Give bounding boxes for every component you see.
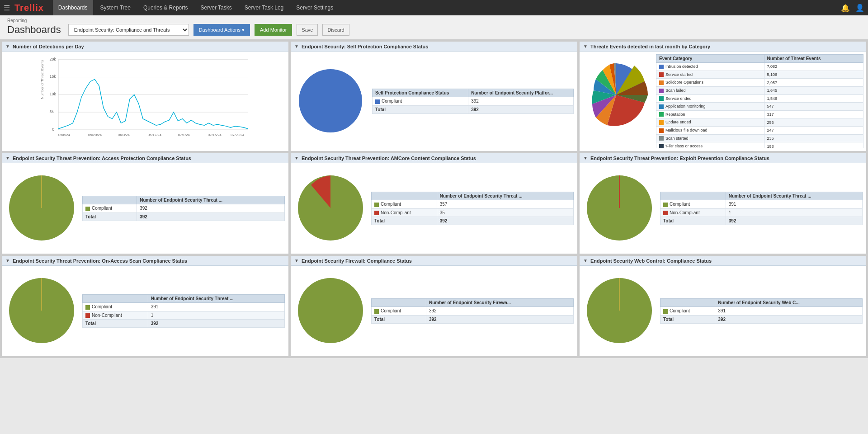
collapse-icon-5[interactable]: ▼ xyxy=(294,156,299,160)
panel-on-access-scan: ▼ Endpoint Security Threat Prevention: O… xyxy=(1,255,289,357)
panel3-header: ▼ Threate Events detected in last month … xyxy=(580,42,866,52)
access-protection-table: Number of Endpoint Security Threat ... C… xyxy=(82,196,285,221)
on-access-scan-table: Number of Endpoint Security Threat ... C… xyxy=(82,294,285,328)
svg-text:05/20/24: 05/20/24 xyxy=(88,133,102,137)
line-chart-area: 20k 15k 10k 5k 0 05/6/24 05/20/24 06/3/2… xyxy=(2,52,288,146)
collapse-icon-8[interactable]: ▼ xyxy=(294,258,299,263)
pie-svg-4 xyxy=(5,170,78,246)
svg-text:07/29/24: 07/29/24 xyxy=(231,133,245,137)
panel2-title: Endpoint Security: Self Protection Compl… xyxy=(302,44,429,49)
nav-server-task-log[interactable]: Server Task Log xyxy=(239,0,289,15)
table-row-total: Total 392 xyxy=(372,315,574,323)
pie-8 xyxy=(294,272,367,350)
panel-web-control: ▼ Endpoint Security Web Control: Complia… xyxy=(579,255,867,357)
panel-exploit-prevention: ▼ Endpoint Security Threat Prevention: E… xyxy=(579,153,867,254)
table-row-total: Total 392 xyxy=(83,212,285,221)
svg-point-19 xyxy=(299,69,362,132)
save-button[interactable]: Save xyxy=(297,24,318,36)
table-row-total: Total 392 xyxy=(373,105,574,113)
table-row: Compliant 357 xyxy=(372,200,574,208)
page-title: Dashboards xyxy=(7,24,61,36)
table-row: Scan failed1,645 xyxy=(656,86,863,94)
panel-firewall: ▼ Endpoint Security Firewall: Compliance… xyxy=(290,255,578,357)
panel-amcore: ▼ Endpoint Security Threat Prevention: A… xyxy=(290,153,578,254)
panel9-body: Number of Endpoint Security Web C... Com… xyxy=(580,266,866,356)
collapse-icon[interactable]: ▼ xyxy=(5,44,10,49)
table-row: Non-Compliant 1 xyxy=(83,311,285,319)
table-row-total: Total 392 xyxy=(372,217,574,225)
table-row: Service started5,106 xyxy=(656,71,863,79)
nav-queries-reports[interactable]: Queries & Reports xyxy=(138,0,193,15)
pie-7 xyxy=(5,272,78,350)
col-header: Self Protection Compliance Status xyxy=(373,89,468,97)
col-header-2: Number of Endpoint Security Platfor... xyxy=(468,89,574,97)
table-4: Number of Endpoint Security Threat ... C… xyxy=(82,196,285,221)
svg-text:07/15/24: 07/15/24 xyxy=(208,133,222,137)
dashboard-actions-button[interactable]: Dashboard Actions ▾ xyxy=(193,24,250,36)
table-row: 'File' class or access193 xyxy=(656,142,863,148)
panel1-header: ▼ Number of Detections per Day xyxy=(2,42,288,52)
add-monitor-button[interactable]: Add Monitor xyxy=(255,24,292,36)
collapse-icon-6[interactable]: ▼ xyxy=(583,156,588,160)
user-icon[interactable]: 👤 xyxy=(855,4,864,12)
panel4-body: Number of Endpoint Security Threat ... C… xyxy=(2,163,288,254)
title-row: Dashboards Endpoint Security: Compliance… xyxy=(7,24,861,36)
table-row-total: Total 392 xyxy=(660,217,863,225)
panel7-body: Number of Endpoint Security Threat ... C… xyxy=(2,266,288,356)
panel4-header: ▼ Endpoint Security Threat Prevention: A… xyxy=(2,153,288,163)
table-row-total: Total 392 xyxy=(83,319,285,327)
dashboard-dropdown[interactable]: Endpoint Security: Compliance and Threat… xyxy=(68,24,189,36)
panel8-header: ▼ Endpoint Security Firewall: Compliance… xyxy=(291,256,577,266)
nav-dashboards[interactable]: Dashboards xyxy=(53,0,93,15)
table-row: Solidcore Operations2,957 xyxy=(656,79,863,87)
reporting-label: Reporting xyxy=(7,18,861,23)
logo: Trellix xyxy=(14,3,44,13)
svg-text:06/17/24: 06/17/24 xyxy=(148,133,162,137)
panel9-header: ▼ Endpoint Security Web Control: Complia… xyxy=(580,256,866,266)
nav-server-tasks[interactable]: Server Tasks xyxy=(195,0,237,15)
table-row: Scan started235 xyxy=(656,134,863,142)
collapse-icon-7[interactable]: ▼ xyxy=(5,258,10,263)
svg-text:07/1/24: 07/1/24 xyxy=(178,133,190,137)
table-5: Number of Endpoint Security Threat ... C… xyxy=(371,192,574,225)
pie-svg-7 xyxy=(5,272,78,349)
collapse-icon-9[interactable]: ▼ xyxy=(583,258,588,263)
pie-table-2: Self Protection Compliance Status Number… xyxy=(372,89,574,113)
panel8-body: Number of Endpoint Security Firewa... Co… xyxy=(291,266,577,356)
bell-icon[interactable]: 🔔 xyxy=(841,4,850,12)
table-row: Compliant 392 xyxy=(83,204,285,212)
table-row: Service ended1,546 xyxy=(656,94,863,103)
panel9-title: Endpoint Security Web Control: Complianc… xyxy=(590,258,712,264)
table-row: Reputation317 xyxy=(656,110,863,118)
collapse-icon-3[interactable]: ▼ xyxy=(583,44,588,49)
table-row: Compliant 392 xyxy=(372,307,574,315)
nav-server-settings[interactable]: Server Settings xyxy=(291,0,339,15)
pie-svg-6 xyxy=(583,170,656,246)
line-chart-svg: 20k 15k 10k 5k 0 05/6/24 05/20/24 06/3/2… xyxy=(5,55,285,143)
pie-9 xyxy=(583,272,656,350)
panel7-header: ▼ Endpoint Security Threat Prevention: O… xyxy=(2,256,288,266)
discard-button[interactable]: Discard xyxy=(322,24,349,36)
panel1-title: Number of Detections per Day xyxy=(13,44,84,49)
pie-svg-8 xyxy=(294,272,367,349)
threat-pie-svg xyxy=(582,54,650,145)
table-row: Compliant 391 xyxy=(660,200,863,208)
threat-table: Event Category Number of Threat Events I… xyxy=(656,54,863,148)
svg-text:15k: 15k xyxy=(50,74,57,79)
nav-system-tree[interactable]: System Tree xyxy=(95,0,136,15)
pie-svg-5 xyxy=(294,170,367,246)
table-row: Compliant 392 xyxy=(373,97,574,105)
collapse-icon-4[interactable]: ▼ xyxy=(5,156,10,160)
table-row: Non-Compliant 1 xyxy=(660,208,863,217)
threat-events-table: Event Category Number of Threat Events I… xyxy=(656,54,863,148)
table-row: Compliant 391 xyxy=(660,307,863,315)
panel8-title: Endpoint Security Firewall: Compliance S… xyxy=(302,258,412,264)
panel6-title: Endpoint Security Threat Prevention: Exp… xyxy=(590,156,769,161)
svg-text:5k: 5k xyxy=(50,109,54,114)
hamburger-icon[interactable]: ☰ xyxy=(4,4,10,12)
pie-6 xyxy=(583,170,656,247)
nav-bar: ☰ Trellix Dashboards System Tree Queries… xyxy=(0,0,868,15)
collapse-icon-2[interactable]: ▼ xyxy=(294,44,299,49)
panel-threat-events: ▼ Threate Events detected in last month … xyxy=(579,41,867,151)
panel4-title: Endpoint Security Threat Prevention: Acc… xyxy=(13,156,191,161)
